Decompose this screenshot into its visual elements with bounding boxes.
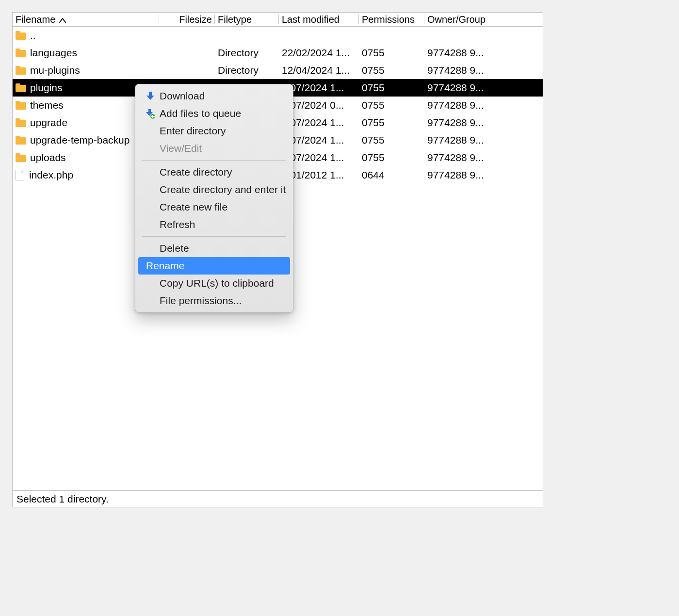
cell-permissions: 0755 (359, 82, 424, 94)
table-row[interactable]: mu-pluginsDirectory12/04/2024 1...075597… (13, 62, 543, 79)
status-bar: Selected 1 directory. (12, 490, 543, 507)
cell-permissions: 0755 (359, 99, 424, 111)
folder-icon (16, 49, 26, 57)
filename-text: plugins (30, 82, 63, 94)
ctx-refresh[interactable]: Refresh (135, 216, 293, 233)
cell-permissions: 0644 (359, 169, 424, 181)
folder-icon (16, 31, 26, 40)
ctx-view-edit: View/Edit (135, 140, 293, 157)
download-arrow-icon (146, 92, 155, 100)
column-header-filetype[interactable]: Filetype (215, 13, 279, 26)
column-header-owner-group[interactable]: Owner/Group (424, 13, 491, 26)
add-to-queue-icon (146, 109, 155, 118)
table-row[interactable]: .. (13, 27, 543, 44)
column-header-permissions[interactable]: Permissions (359, 13, 424, 26)
column-header-filesize[interactable]: Filesize (159, 13, 215, 26)
cell-owner-group: 9774288 9... (424, 169, 491, 181)
folder-icon (16, 101, 26, 110)
ctx-create-directory-enter[interactable]: Create directory and enter it (135, 181, 293, 198)
cell-owner-group: 9774288 9... (424, 82, 491, 94)
context-menu: Download Add files to queue Enter direct… (135, 84, 293, 313)
column-header-filename-label: Filename (16, 14, 55, 25)
sort-ascending-icon (59, 14, 66, 25)
cell-filename: .. (13, 30, 159, 41)
file-icon (16, 170, 24, 180)
ctx-separator (142, 236, 286, 237)
cell-owner-group: 9774288 9... (424, 117, 491, 129)
cell-permissions: 0755 (359, 65, 424, 76)
filename-text: mu-plugins (30, 65, 80, 76)
cell-filename: languages (13, 47, 159, 59)
ctx-delete[interactable]: Delete (135, 240, 293, 257)
folder-icon (16, 136, 26, 145)
folder-icon (16, 153, 26, 162)
filename-text: themes (30, 99, 64, 111)
cell-permissions: 0755 (359, 152, 424, 163)
cell-last-modified: 22/02/2024 1... (279, 47, 359, 59)
filename-text: index.php (29, 169, 73, 181)
cell-filename: mu-plugins (13, 65, 159, 76)
table-row[interactable]: languagesDirectory22/02/2024 1...0755977… (13, 44, 543, 62)
ctx-copy-url[interactable]: Copy URL(s) to clipboard (135, 275, 293, 292)
folder-icon (16, 83, 26, 92)
filename-text: upgrade (30, 117, 67, 129)
cell-owner-group: 9774288 9... (424, 134, 491, 146)
filename-text: upgrade-temp-backup (30, 134, 129, 146)
column-header-row: Filename Filesize Filetype Last modified… (13, 13, 543, 27)
folder-icon (16, 66, 26, 75)
status-text: Selected 1 directory. (16, 493, 109, 505)
ctx-add-to-queue[interactable]: Add files to queue (135, 105, 293, 122)
filename-text: uploads (30, 152, 66, 163)
folder-icon (16, 118, 26, 127)
ctx-separator (142, 160, 286, 161)
cell-owner-group: 9774288 9... (424, 152, 491, 163)
cell-permissions: 0755 (359, 134, 424, 146)
filename-text: .. (30, 30, 36, 41)
ctx-create-new-file[interactable]: Create new file (135, 198, 293, 216)
ctx-create-directory[interactable]: Create directory (135, 163, 293, 181)
cell-owner-group: 9774288 9... (424, 99, 491, 111)
column-header-filename[interactable]: Filename (13, 13, 159, 26)
file-list-panel: Filename Filesize Filetype Last modified… (12, 12, 543, 491)
ctx-file-permissions[interactable]: File permissions... (135, 292, 293, 309)
ctx-enter-directory[interactable]: Enter directory (135, 122, 293, 140)
cell-filetype: Directory (215, 47, 279, 59)
filename-text: languages (30, 47, 77, 59)
cell-permissions: 0755 (359, 47, 424, 59)
cell-filetype: Directory (215, 65, 279, 76)
cell-owner-group: 9774288 9... (424, 47, 491, 59)
cell-permissions: 0755 (359, 117, 424, 129)
cell-last-modified: 12/04/2024 1... (279, 65, 359, 76)
ctx-download[interactable]: Download (135, 87, 293, 105)
ctx-rename[interactable]: Rename (138, 257, 290, 275)
cell-owner-group: 9774288 9... (424, 65, 491, 76)
column-header-last-modified[interactable]: Last modified (279, 13, 359, 26)
